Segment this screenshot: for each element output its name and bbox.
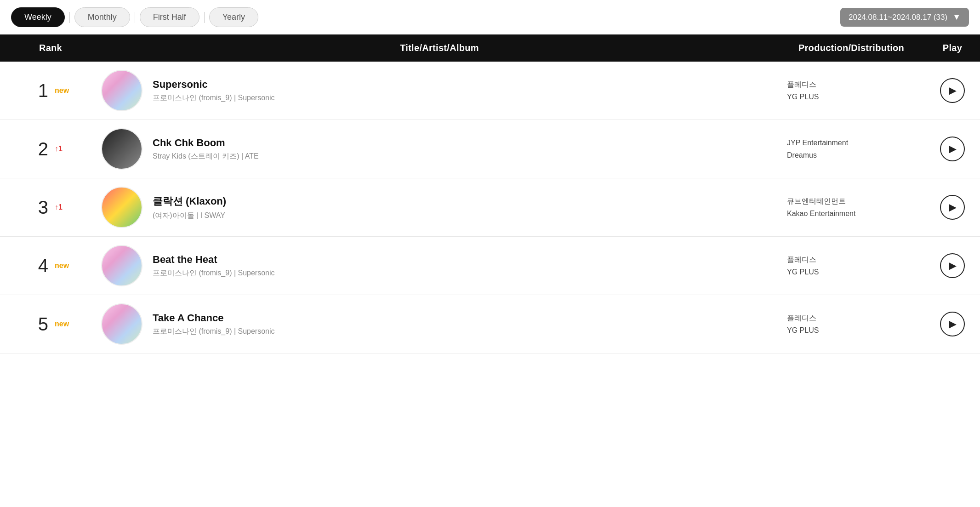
song-info: Chk Chk Boom Stray Kids (스트레이 키즈) | ATE xyxy=(153,137,259,161)
table-row: 3 ↑1 클락션 (Klaxon) (여자)아이돌 | I SWAY 큐브엔터테… xyxy=(0,178,980,237)
tab-separator-3 xyxy=(204,12,205,23)
table-row: 2 ↑1 Chk Chk Boom Stray Kids (스트레이 키즈) |… xyxy=(0,120,980,178)
title-cell: Supersonic 프로미스나인 (fromis_9) | Supersoni… xyxy=(101,70,778,111)
play-cell: ▶ xyxy=(925,253,980,278)
song-artist-album: 프로미스나인 (fromis_9) | Supersonic xyxy=(153,268,275,278)
prod-line2: YG PLUS xyxy=(787,93,819,101)
play-button[interactable]: ▶ xyxy=(940,253,965,278)
prod-line2: Kakao Entertainment xyxy=(787,210,855,217)
prod-line1: 플레디스 xyxy=(787,80,816,88)
chevron-down-icon: ▼ xyxy=(952,12,961,22)
prod-line1: 플레디스 xyxy=(787,314,816,322)
play-cell: ▶ xyxy=(925,78,980,103)
title-cell: Chk Chk Boom Stray Kids (스트레이 키즈) | ATE xyxy=(101,128,778,170)
prod-line2: YG PLUS xyxy=(787,268,819,276)
rank-cell: 4 new xyxy=(0,256,101,276)
rank-cell: 1 new xyxy=(0,80,101,101)
rank-number: 4 xyxy=(30,256,48,276)
song-artist-album: (여자)아이돌 | I SWAY xyxy=(153,211,226,221)
tab-weekly[interactable]: Weekly xyxy=(11,7,65,27)
prod-cell: 플레디스 YG PLUS xyxy=(778,253,925,278)
song-title: 클락션 (Klaxon) xyxy=(153,194,226,208)
song-title: Chk Chk Boom xyxy=(153,137,259,149)
song-artist-album: 프로미스나인 (fromis_9) | Supersonic xyxy=(153,327,275,336)
song-info: Take A Chance 프로미스나인 (fromis_9) | Supers… xyxy=(153,312,275,336)
play-button[interactable]: ▶ xyxy=(940,137,965,161)
title-cell: Beat the Heat 프로미스나인 (fromis_9) | Supers… xyxy=(101,245,778,286)
song-info: Supersonic 프로미스나인 (fromis_9) | Supersoni… xyxy=(153,79,275,103)
title-cell: 클락션 (Klaxon) (여자)아이돌 | I SWAY xyxy=(101,187,778,228)
tab-separator-2 xyxy=(135,12,135,23)
prod-cell: 플레디스 YG PLUS xyxy=(778,312,925,336)
song-title: Take A Chance xyxy=(153,312,275,324)
col-prod: Production/Distribution xyxy=(778,43,925,53)
rank-number: 2 xyxy=(30,139,48,160)
rank-change: ↑1 xyxy=(55,145,71,153)
prod-cell: 큐브엔터테인먼트 Kakao Entertainment xyxy=(778,195,925,220)
prod-line1: 플레디스 xyxy=(787,256,816,263)
song-artist-album: 프로미스나인 (fromis_9) | Supersonic xyxy=(153,93,275,103)
song-info: Beat the Heat 프로미스나인 (fromis_9) | Supers… xyxy=(153,254,275,278)
tab-yearly[interactable]: Yearly xyxy=(209,7,258,27)
rank-number: 5 xyxy=(30,314,48,335)
rank-change: new xyxy=(55,320,71,328)
song-info: 클락션 (Klaxon) (여자)아이돌 | I SWAY xyxy=(153,194,226,221)
date-selector[interactable]: 2024.08.11~2024.08.17 (33) ▼ xyxy=(840,8,969,27)
table-row: 4 new Beat the Heat 프로미스나인 (fromis_9) | … xyxy=(0,237,980,295)
tab-separator-1 xyxy=(69,12,70,23)
prod-cell: JYP Entertainment Dreamus xyxy=(778,137,925,161)
prod-line2: Dreamus xyxy=(787,151,817,159)
prod-line2: YG PLUS xyxy=(787,326,819,334)
song-title: Supersonic xyxy=(153,79,275,91)
album-art xyxy=(101,70,142,111)
filter-tabs: Weekly Monthly First Half Yearly xyxy=(11,7,258,27)
rank-change: new xyxy=(55,262,71,270)
rank-cell: 2 ↑1 xyxy=(0,139,101,160)
title-cell: Take A Chance 프로미스나인 (fromis_9) | Supers… xyxy=(101,303,778,345)
play-cell: ▶ xyxy=(925,195,980,220)
song-artist-album: Stray Kids (스트레이 키즈) | ATE xyxy=(153,152,259,161)
table-row: 5 new Take A Chance 프로미스나인 (fromis_9) | … xyxy=(0,295,980,353)
album-art xyxy=(101,303,142,345)
col-title: Title/Artist/Album xyxy=(101,43,778,53)
rank-number: 1 xyxy=(30,80,48,101)
song-title: Beat the Heat xyxy=(153,254,275,266)
date-range-text: 2024.08.11~2024.08.17 (33) xyxy=(849,13,947,22)
play-cell: ▶ xyxy=(925,312,980,336)
rank-cell: 5 new xyxy=(0,314,101,335)
prod-cell: 플레디스 YG PLUS xyxy=(778,78,925,103)
album-art xyxy=(101,128,142,170)
album-art xyxy=(101,187,142,228)
play-button[interactable]: ▶ xyxy=(940,78,965,103)
top-bar: Weekly Monthly First Half Yearly 2024.08… xyxy=(0,0,980,34)
rank-change: new xyxy=(55,86,71,95)
col-rank: Rank xyxy=(0,43,101,53)
play-button[interactable]: ▶ xyxy=(940,195,965,220)
rank-number: 3 xyxy=(30,197,48,218)
col-play: Play xyxy=(925,43,980,53)
chart-header: Rank Title/Artist/Album Production/Distr… xyxy=(0,34,980,62)
play-cell: ▶ xyxy=(925,137,980,161)
tab-first-half[interactable]: First Half xyxy=(140,7,199,27)
rank-cell: 3 ↑1 xyxy=(0,197,101,218)
rank-change: ↑1 xyxy=(55,203,71,211)
table-row: 1 new Supersonic 프로미스나인 (fromis_9) | Sup… xyxy=(0,62,980,120)
prod-line1: 큐브엔터테인먼트 xyxy=(787,197,846,205)
tab-monthly[interactable]: Monthly xyxy=(74,7,130,27)
album-art xyxy=(101,245,142,286)
chart-rows: 1 new Supersonic 프로미스나인 (fromis_9) | Sup… xyxy=(0,62,980,353)
play-button[interactable]: ▶ xyxy=(940,312,965,336)
prod-line1: JYP Entertainment xyxy=(787,139,848,147)
